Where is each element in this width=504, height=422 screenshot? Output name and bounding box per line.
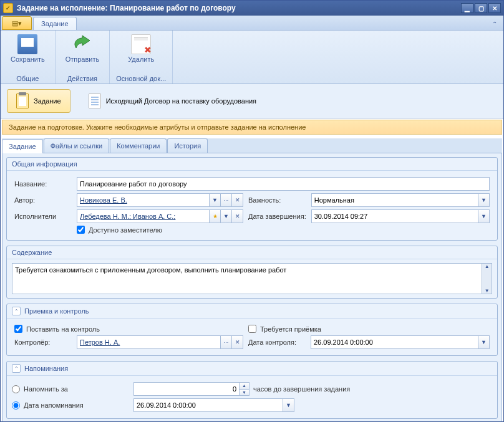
remind-in-radio[interactable] bbox=[12, 385, 20, 393]
delete-icon bbox=[131, 34, 151, 54]
context-doc-label: Исходящий Договор на поставку оборудован… bbox=[106, 97, 256, 105]
group-accept-header: Приемка и контроль bbox=[24, 307, 89, 315]
send-label: Отправить bbox=[65, 55, 100, 63]
importance-label: Важность: bbox=[246, 193, 309, 207]
app-menu-button[interactable]: ▤▾ bbox=[2, 16, 32, 30]
spin-up-icon[interactable]: ▲ bbox=[240, 382, 250, 389]
put-on-control-input[interactable] bbox=[14, 325, 22, 333]
controller-clear-icon[interactable]: ✕ bbox=[232, 335, 243, 349]
remind-date-input[interactable] bbox=[133, 398, 283, 412]
ribbon-group-maindoc: Удалить Основной док... bbox=[110, 31, 173, 84]
author-input[interactable] bbox=[77, 193, 210, 207]
importance-dropdown-icon[interactable]: ▼ bbox=[478, 193, 490, 207]
due-input[interactable] bbox=[311, 209, 478, 223]
remind-hours-tail: часов до завершения задания bbox=[253, 385, 350, 393]
delete-label: Удалить bbox=[128, 55, 154, 63]
due-dropdown-icon[interactable]: ▼ bbox=[478, 209, 490, 223]
author-label: Автор: bbox=[12, 193, 74, 207]
context-doc-button[interactable]: Исходящий Договор на поставку оборудован… bbox=[79, 89, 266, 113]
ribbon-collapse-icon[interactable]: ⌃ bbox=[490, 18, 500, 30]
status-strip: Задание на подготовке. Укажите необходим… bbox=[2, 120, 502, 135]
tab-comments[interactable]: Комментарии bbox=[110, 138, 167, 153]
ribbon-group-common-label: Общие bbox=[16, 75, 39, 82]
ribbon: Сохранить Общие Отправить Действия Удали… bbox=[1, 31, 503, 84]
minimize-button[interactable]: ▁ bbox=[461, 3, 473, 13]
control-date-dropdown-icon[interactable]: ▼ bbox=[478, 335, 490, 349]
remind-date-radio[interactable] bbox=[12, 401, 20, 410]
close-button[interactable]: ✕ bbox=[488, 3, 501, 13]
spin-down-icon[interactable]: ▼ bbox=[240, 389, 250, 396]
group-general-header: Общая информация bbox=[7, 158, 497, 171]
performers-star-icon[interactable]: ★ bbox=[210, 209, 221, 223]
ribbon-group-actions: Отправить Действия bbox=[56, 31, 110, 84]
content-scrollbar[interactable]: ▲▼ bbox=[482, 263, 492, 294]
remind-hours-input[interactable] bbox=[133, 382, 240, 396]
remind-hours-spinner[interactable]: ▲▼ bbox=[133, 382, 250, 396]
performers-dropdown-icon[interactable]: ▼ bbox=[221, 209, 232, 223]
author-dropdown-icon[interactable]: ▼ bbox=[210, 193, 221, 207]
clipboard-icon bbox=[16, 94, 29, 108]
context-task-button[interactable]: Задание bbox=[7, 89, 70, 113]
send-button[interactable]: Отправить bbox=[62, 33, 104, 64]
ribbon-group-actions-label: Действия bbox=[67, 75, 97, 82]
deputy-checkbox[interactable]: Доступно заместителю bbox=[77, 226, 490, 234]
author-browse-icon[interactable]: ··· bbox=[221, 193, 232, 207]
control-date-input[interactable] bbox=[311, 335, 478, 349]
deputy-checkbox-input[interactable] bbox=[77, 226, 85, 234]
name-input[interactable] bbox=[77, 177, 490, 191]
reminders-collapse-icon[interactable]: ⌃ bbox=[12, 364, 21, 373]
content-textarea[interactable]: Требуется ознакомиться с приложенным дог… bbox=[12, 263, 482, 294]
controller-input[interactable] bbox=[77, 335, 221, 349]
save-label: Сохранить bbox=[11, 55, 45, 63]
ribbon-tabs: ▤▾ Задание ⌃ bbox=[1, 16, 503, 31]
importance-input[interactable] bbox=[311, 193, 478, 207]
window-title: Задание на исполнение: Планирование рабо… bbox=[17, 4, 461, 12]
put-on-control-label: Поставить на контроль bbox=[26, 325, 100, 333]
maximize-button[interactable]: ▢ bbox=[475, 3, 487, 13]
performers-clear-icon[interactable]: ✕ bbox=[232, 209, 243, 223]
ribbon-group-common: Сохранить Общие bbox=[1, 31, 56, 84]
tabs: Задание Файлы и ссылки Комментарии Истор… bbox=[2, 138, 502, 153]
control-date-label: Дата контроля: bbox=[246, 335, 308, 349]
group-reminders: ⌃ Напоминания Напомнить за ▲▼ часов до з… bbox=[6, 361, 498, 419]
group-general: Общая информация Название: Автор: ▼ ··· … bbox=[6, 157, 498, 241]
save-button[interactable]: Сохранить bbox=[7, 33, 49, 64]
app-icon: ✓ bbox=[3, 3, 13, 13]
need-accept-label: Требуется приёмка bbox=[260, 325, 321, 333]
accept-collapse-icon[interactable]: ⌃ bbox=[12, 307, 21, 315]
deputy-checkbox-label: Доступно заместителю bbox=[89, 226, 162, 234]
author-clear-icon[interactable]: ✕ bbox=[232, 193, 243, 207]
name-label: Название: bbox=[12, 177, 74, 191]
need-accept-checkbox[interactable]: Требуется приёмка bbox=[248, 325, 490, 333]
group-accept: ⌃ Приемка и контроль Поставить на контро… bbox=[6, 304, 498, 356]
send-icon bbox=[72, 34, 92, 54]
remind-in-label: Напомнить за bbox=[24, 385, 130, 393]
group-content-header: Содержание bbox=[7, 246, 497, 259]
put-on-control-checkbox[interactable]: Поставить на контроль bbox=[14, 325, 243, 333]
group-reminders-header: Напоминания bbox=[24, 365, 68, 372]
ribbon-tab-task[interactable]: Задание bbox=[33, 17, 77, 30]
need-accept-input[interactable] bbox=[248, 325, 256, 333]
ribbon-group-maindoc-label: Основной док... bbox=[116, 75, 166, 82]
controller-label: Контролёр: bbox=[12, 335, 74, 349]
delete-button[interactable]: Удалить bbox=[124, 33, 158, 64]
remind-date-dropdown-icon[interactable]: ▼ bbox=[283, 398, 294, 412]
performers-label: Исполнители bbox=[12, 209, 74, 223]
performers-input[interactable] bbox=[77, 209, 210, 223]
document-icon bbox=[89, 94, 101, 108]
form-area: Общая информация Название: Автор: ▼ ··· … bbox=[2, 153, 502, 422]
remind-date-label: Дата напоминания bbox=[24, 401, 130, 409]
controller-browse-icon[interactable]: ··· bbox=[221, 335, 232, 349]
group-content: Содержание Требуется ознакомиться с прил… bbox=[6, 246, 498, 299]
tab-files[interactable]: Файлы и ссылки bbox=[44, 138, 110, 153]
context-bar: Задание Исходящий Договор на поставку об… bbox=[1, 84, 503, 118]
tab-task[interactable]: Задание bbox=[2, 139, 43, 153]
title-bar: ✓ Задание на исполнение: Планирование ра… bbox=[1, 1, 503, 16]
tab-history[interactable]: История bbox=[167, 138, 208, 153]
due-label: Дата завершения: bbox=[246, 209, 309, 223]
save-icon bbox=[17, 34, 37, 54]
context-task-label: Задание bbox=[34, 97, 61, 105]
